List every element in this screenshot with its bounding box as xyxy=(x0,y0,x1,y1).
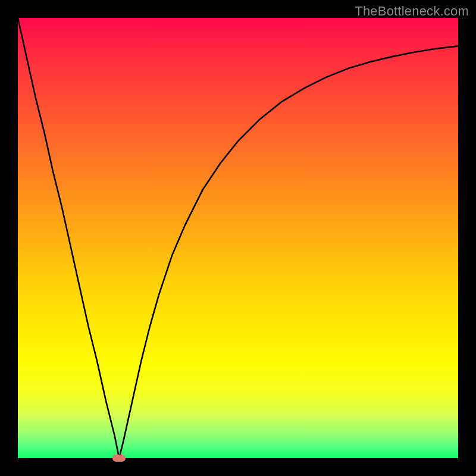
minimum-marker xyxy=(112,455,126,462)
curve-svg xyxy=(18,18,458,458)
watermark-text: TheBottleneck.com xyxy=(355,4,469,19)
bottleneck-curve xyxy=(18,18,458,458)
chart-container: TheBottleneck.com xyxy=(0,0,476,476)
plot-area xyxy=(18,18,458,458)
